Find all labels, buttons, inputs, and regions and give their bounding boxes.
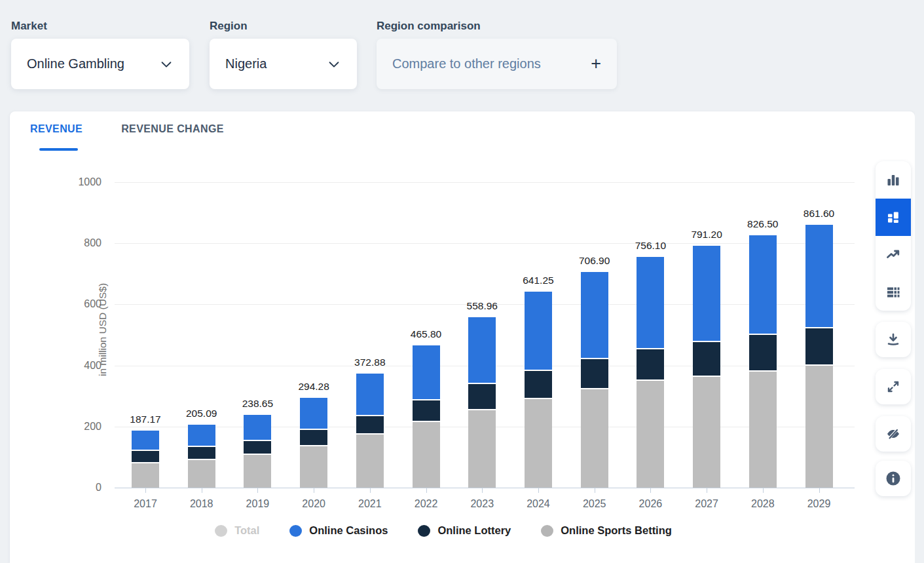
stacked-bar-2020[interactable] [300,398,327,488]
region-dropdown[interactable]: Nigeria [210,39,357,89]
market-dropdown[interactable]: Online Gambling [11,39,189,89]
info-button[interactable] [876,461,911,496]
bar-segment[interactable] [468,317,496,383]
eye-off-icon [885,426,901,442]
stacked-bar-2023[interactable] [468,317,496,488]
bar-segment[interactable] [188,459,215,488]
bar-segment[interactable] [525,370,552,398]
x-tick-label: 2026 [624,498,676,510]
bar-segment[interactable] [244,454,271,488]
bar-segment[interactable] [581,272,608,358]
bar-segment[interactable] [581,358,608,388]
tab-bar: REVENUE REVENUE CHANGE [30,123,224,151]
stacked-chart-button[interactable] [876,199,911,236]
bar-segment[interactable] [637,257,664,348]
bar-total-label: 641.25 [506,275,571,286]
legend-item[interactable]: Online Lottery [418,524,511,537]
y-tick-label: 1000 [62,176,102,188]
tab-revenue[interactable]: REVENUE [30,123,83,151]
table-view-button[interactable] [876,273,911,311]
x-axis-tick [370,488,371,493]
fullscreen-expand-icon [885,379,901,395]
bar-segment[interactable] [525,292,552,369]
y-tick-label: 0 [62,482,102,494]
legend-label: Online Casinos [309,524,388,537]
stacked-bar-2029[interactable] [805,225,833,488]
table-view-icon [885,284,901,300]
bar-segment[interactable] [356,433,384,488]
y-tick-label: 800 [62,237,102,249]
gridline [115,182,855,183]
tab-revenue-change[interactable]: REVENUE CHANGE [121,123,224,151]
stacked-bar-2028[interactable] [749,235,777,488]
column-chart-button[interactable] [876,161,911,199]
bar-segment[interactable] [805,225,833,327]
bar-segment[interactable] [581,388,608,488]
y-tick-label: 400 [62,360,102,372]
x-axis-tick [314,488,314,493]
fullscreen-button[interactable] [876,369,911,404]
x-tick-label: 2019 [231,498,284,510]
x-axis-tick [538,488,539,493]
bar-segment[interactable] [805,327,833,364]
stacked-bar-2017[interactable] [132,431,159,488]
bar-segment[interactable] [413,399,440,421]
chevron-down-icon [159,57,174,71]
bar-segment[interactable] [749,370,777,488]
bar-segment[interactable] [525,398,552,488]
plot-area: in million USD (US$) 0200400600800100018… [115,182,855,488]
y-axis-title: in million USD (US$) [97,264,109,395]
bar-segment[interactable] [356,415,384,433]
bar-segment[interactable] [132,450,159,462]
market-dropdown-value: Online Gambling [27,56,124,71]
stacked-bar-2024[interactable] [525,292,552,488]
line-chart-button[interactable] [876,236,911,273]
legend-item[interactable]: Online Casinos [289,524,388,537]
stacked-bar-2027[interactable] [693,246,720,488]
bar-segment[interactable] [637,379,664,488]
bar-segment[interactable] [637,348,664,379]
bar-segment[interactable] [413,345,440,399]
bar-segment[interactable] [188,425,215,446]
x-tick-label: 2029 [793,498,845,510]
bar-segment[interactable] [132,462,159,488]
bar-segment[interactable] [188,446,215,459]
stacked-bar-2026[interactable] [637,257,664,488]
stacked-bar-2018[interactable] [188,425,215,488]
stacked-bar-2025[interactable] [581,272,608,488]
bar-segment[interactable] [693,246,720,341]
bar-segment[interactable] [244,440,271,454]
bar-segment[interactable] [749,235,777,334]
hide-labels-button[interactable] [876,416,911,452]
bar-segment[interactable] [805,364,833,488]
bar-segment[interactable] [356,374,384,414]
legend-label: Total [234,524,259,537]
x-axis-tick [650,488,651,493]
legend-item[interactable]: Total [215,524,259,537]
bar-segment[interactable] [300,445,327,488]
stacked-bar-2021[interactable] [356,374,384,488]
bar-segment[interactable] [413,421,440,488]
region-dropdown-value: Nigeria [225,56,267,71]
bar-segment[interactable] [468,383,496,409]
bar-total-label: 558.96 [449,300,515,312]
download-button[interactable] [876,322,911,357]
bar-segment[interactable] [693,376,720,488]
stacked-bar-2022[interactable] [413,345,440,488]
bar-segment[interactable] [468,409,496,488]
bar-segment[interactable] [749,334,777,370]
bar-segment[interactable] [300,429,327,445]
bar-segment[interactable] [693,341,720,376]
x-tick-label: 2022 [400,498,453,510]
legend-item[interactable]: Online Sports Betting [541,524,672,537]
bar-segment[interactable] [300,398,327,429]
legend-label: Online Sports Betting [561,524,672,537]
bar-total-label: 238.65 [225,398,290,410]
stacked-bar-2019[interactable] [244,415,271,488]
bar-segment[interactable] [132,431,159,450]
compare-regions-button[interactable]: Compare to other regions + [377,39,617,89]
bar-segment[interactable] [244,415,271,440]
filter-bar: Market Online Gambling Region Nigeria Re… [0,0,924,111]
bar-total-label: 861.60 [786,208,852,220]
chevron-down-icon [327,57,341,71]
